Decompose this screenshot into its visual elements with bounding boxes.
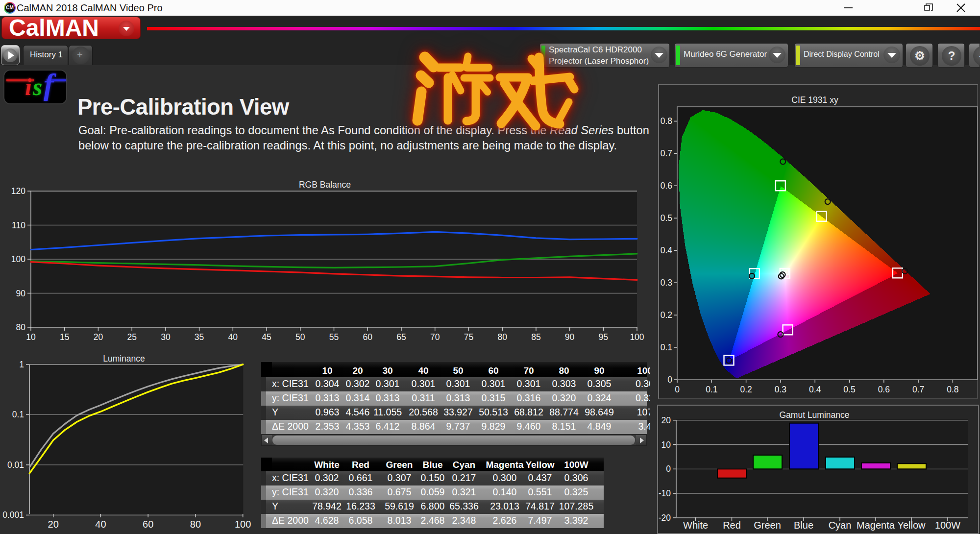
svg-text:Magenta: Magenta <box>857 520 895 531</box>
svg-text:0.5: 0.5 <box>661 213 672 223</box>
svg-text:0: 0 <box>666 464 671 474</box>
svg-text:30: 30 <box>161 332 171 342</box>
svg-text:75: 75 <box>464 332 473 342</box>
svg-text:0.4: 0.4 <box>809 385 821 394</box>
svg-text:65: 65 <box>396 332 406 342</box>
svg-text:80: 80 <box>497 332 507 342</box>
svg-text:-10: -10 <box>659 488 671 498</box>
svg-text:40: 40 <box>95 519 106 530</box>
svg-text:0.01: 0.01 <box>7 460 24 470</box>
svg-text:0.2: 0.2 <box>740 385 752 394</box>
svg-text:20: 20 <box>662 415 671 425</box>
svg-text:0.2: 0.2 <box>661 310 672 320</box>
svg-text:0.5: 0.5 <box>843 385 855 394</box>
svg-text:95: 95 <box>599 332 608 342</box>
svg-text:-20: -20 <box>659 513 671 523</box>
svg-text:0.1: 0.1 <box>661 342 672 352</box>
svg-text:0.1: 0.1 <box>12 410 24 419</box>
svg-text:Blue: Blue <box>794 520 813 531</box>
svg-text:15: 15 <box>60 332 69 342</box>
svg-text:0.001: 0.001 <box>2 510 24 520</box>
svg-text:100W: 100W <box>935 520 960 531</box>
svg-text:Cyan: Cyan <box>829 520 852 531</box>
svg-text:0.8: 0.8 <box>661 116 672 126</box>
svg-text:White: White <box>683 520 708 531</box>
svg-text:40: 40 <box>228 332 238 342</box>
svg-text:50: 50 <box>295 332 305 342</box>
svg-text:Green: Green <box>754 520 781 531</box>
svg-text:90: 90 <box>565 332 575 342</box>
svg-text:0: 0 <box>667 375 672 385</box>
svg-text:0: 0 <box>675 385 680 394</box>
svg-text:80: 80 <box>190 519 201 530</box>
svg-text:0.3: 0.3 <box>775 385 786 394</box>
svg-text:0.6: 0.6 <box>878 385 890 394</box>
svg-text:110: 110 <box>12 220 25 230</box>
svg-text:60: 60 <box>363 332 372 342</box>
svg-text:100: 100 <box>235 519 251 530</box>
svg-text:35: 35 <box>195 332 204 342</box>
svg-text:10: 10 <box>26 332 36 342</box>
svg-text:0.3: 0.3 <box>661 278 672 288</box>
svg-text:0.6: 0.6 <box>661 181 672 191</box>
svg-text:70: 70 <box>430 332 440 342</box>
svg-text:45: 45 <box>262 332 271 342</box>
svg-text:RGB Balance: RGB Balance <box>299 180 351 190</box>
svg-text:Yellow: Yellow <box>897 520 926 531</box>
svg-text:90: 90 <box>16 289 26 298</box>
svg-text:0.7: 0.7 <box>661 148 672 158</box>
svg-text:Red: Red <box>723 520 741 531</box>
svg-text:100: 100 <box>630 332 644 342</box>
svg-text:0.4: 0.4 <box>661 245 673 255</box>
svg-text:CIE 1931 xy: CIE 1931 xy <box>791 95 838 105</box>
svg-text:60: 60 <box>143 519 153 530</box>
svg-text:Gamut Luminance: Gamut Luminance <box>780 410 850 420</box>
svg-text:80: 80 <box>16 322 26 332</box>
svg-text:120: 120 <box>11 186 25 196</box>
svg-text:1: 1 <box>19 360 24 369</box>
svg-text:25: 25 <box>127 332 136 342</box>
svg-text:20: 20 <box>48 519 59 530</box>
svg-text:0.7: 0.7 <box>912 385 924 394</box>
svg-text:10: 10 <box>662 440 671 450</box>
svg-text:55: 55 <box>329 332 339 342</box>
svg-text:100: 100 <box>11 254 25 264</box>
svg-text:0.8: 0.8 <box>947 385 958 394</box>
svg-text:20: 20 <box>94 332 103 342</box>
svg-text:0.1: 0.1 <box>706 385 717 394</box>
svg-text:Luminance: Luminance <box>103 354 145 364</box>
svg-text:85: 85 <box>531 332 540 342</box>
